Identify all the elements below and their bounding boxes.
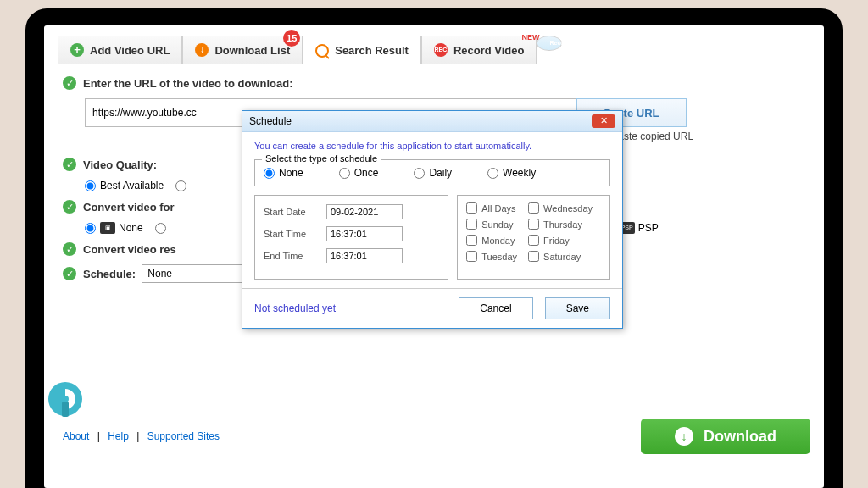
brand-logo xyxy=(44,378,86,420)
download-button[interactable]: ↓Download xyxy=(641,419,810,454)
convert-format-label: Convert video for xyxy=(83,201,175,214)
download-icon: ↓ xyxy=(195,43,209,57)
search-icon xyxy=(315,44,329,58)
supported-sites-link[interactable]: Supported Sites xyxy=(147,430,220,442)
start-time-input[interactable] xyxy=(326,226,403,241)
check-icon: ✓ xyxy=(63,200,76,214)
day-all-checkbox[interactable]: All Days xyxy=(466,202,517,214)
day-sun-checkbox[interactable]: Sunday xyxy=(466,219,517,230)
day-fri-checkbox[interactable]: Friday xyxy=(528,235,593,246)
dialog-title: Schedule xyxy=(249,115,292,127)
tab-search-result[interactable]: Search Result xyxy=(303,36,421,64)
close-button[interactable]: ✕ xyxy=(592,114,615,128)
plus-icon: + xyxy=(70,43,84,57)
schedule-type-legend: Select the type of schedule xyxy=(262,153,381,164)
schedule-once-radio[interactable]: Once xyxy=(339,167,379,179)
quality-label: Video Quality: xyxy=(83,158,157,171)
schedule-label: Schedule: xyxy=(83,268,136,280)
tab-record-video[interactable]: RECRecord VideoNEW xyxy=(421,36,537,64)
day-sat-checkbox[interactable]: Saturday xyxy=(528,251,593,262)
download-arrow-icon: ↓ xyxy=(675,427,693,446)
schedule-none-radio[interactable]: None xyxy=(264,167,303,179)
schedule-dialog: Schedule✕ You can create a schedule for … xyxy=(242,110,623,329)
footer-links: About | Help | Supported Sites xyxy=(58,430,225,442)
days-fieldset: All Days Sunday Monday Tuesday Wednesday… xyxy=(457,195,610,280)
svg-rect-0 xyxy=(62,402,69,417)
day-mon-checkbox[interactable]: Monday xyxy=(466,235,517,246)
day-wed-checkbox[interactable]: Wednesday xyxy=(528,202,593,214)
tab-add-video[interactable]: +Add Video URL xyxy=(58,36,182,64)
not-scheduled-label: Not scheduled yet xyxy=(254,302,336,314)
tab-recommended[interactable]: Recommended xyxy=(537,36,562,51)
day-tue-checkbox[interactable]: Tuesday xyxy=(466,251,517,262)
download-badge: 15 xyxy=(283,30,300,47)
check-icon: ✓ xyxy=(63,242,76,256)
enter-url-label: Enter the URL of the video to download: xyxy=(83,77,292,90)
save-button[interactable]: Save xyxy=(545,297,610,319)
check-icon: ✓ xyxy=(63,267,76,280)
end-time-input[interactable] xyxy=(326,248,403,263)
start-date-label: Start Date xyxy=(264,207,314,217)
record-icon: REC xyxy=(434,43,448,57)
quality-best-radio[interactable]: Best Available xyxy=(85,180,164,191)
check-icon: ✓ xyxy=(63,76,76,90)
day-thu-checkbox[interactable]: Thursday xyxy=(528,219,593,230)
format-none-radio[interactable]: ▣None xyxy=(85,222,143,234)
start-date-input[interactable] xyxy=(326,204,403,219)
tab-download-list[interactable]: ↓Download List15 xyxy=(182,36,303,64)
schedule-weekly-radio[interactable]: Weekly xyxy=(487,167,536,179)
tab-bar: +Add Video URL ↓Download List15 Search R… xyxy=(58,36,810,64)
dialog-intro: You can create a schedule for this appli… xyxy=(254,141,610,151)
help-link[interactable]: Help xyxy=(108,430,129,442)
file-icon: ▣ xyxy=(100,222,115,234)
convert-res-label: Convert video res xyxy=(83,243,176,256)
start-time-label: Start Time xyxy=(264,229,314,239)
cancel-button[interactable]: Cancel xyxy=(459,297,532,319)
schedule-daily-radio[interactable]: Daily xyxy=(414,167,452,179)
about-link[interactable]: About xyxy=(63,430,89,442)
check-icon: ✓ xyxy=(63,158,76,171)
time-fieldset: Start Date Start Time End Time xyxy=(254,195,448,280)
end-time-label: End Time xyxy=(264,251,314,261)
